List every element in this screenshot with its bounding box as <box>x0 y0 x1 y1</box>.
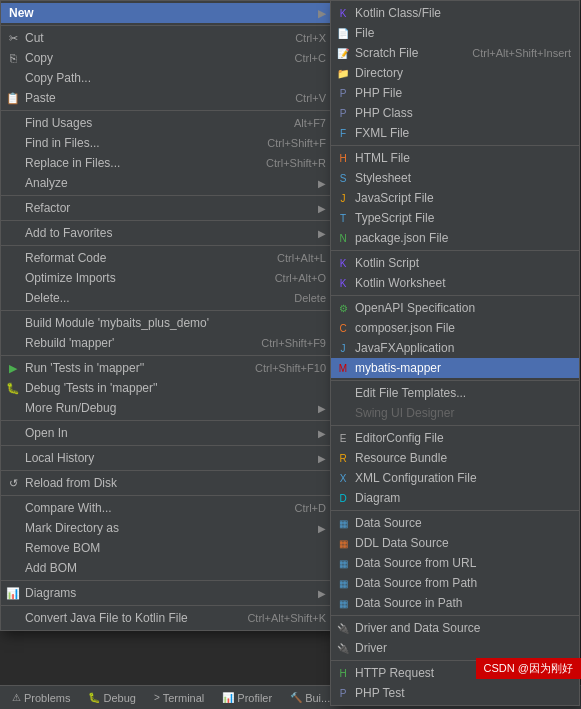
right-menu-item-phptest[interactable]: PPHP Test <box>331 683 579 703</box>
menu-item-debug[interactable]: 🐛Debug 'Tests in 'mapper'' <box>1 378 334 398</box>
menu-item-replace[interactable]: Replace in Files...Ctrl+Shift+R <box>1 153 334 173</box>
right-menu-item-datasource[interactable]: ▦Data Source <box>331 513 579 533</box>
right-menu-icon-phpfile: P <box>336 86 350 100</box>
menu-separator <box>1 310 334 311</box>
right-menu-item-ddldatasource[interactable]: ▦DDL Data Source <box>331 533 579 553</box>
right-menu-icon-diagram: D <box>336 491 350 505</box>
menu-item-addbom[interactable]: Add BOM <box>1 558 334 578</box>
right-menu-item-composerjson[interactable]: Ccomposer.json File <box>331 318 579 338</box>
menu-item-rebuild[interactable]: Rebuild 'mapper'Ctrl+Shift+F9 <box>1 333 334 353</box>
right-menu-label-phpclass: PHP Class <box>355 106 571 120</box>
menu-item-reload[interactable]: ↺Reload from Disk <box>1 473 334 493</box>
right-menu-label-phpfile: PHP File <box>355 86 571 100</box>
right-menu-item-phpfile[interactable]: PPHP File <box>331 83 579 103</box>
menu-item-removebom[interactable]: Remove BOM <box>1 538 334 558</box>
right-menu-label-phptest: PHP Test <box>355 686 571 700</box>
menu-item-convertjava[interactable]: Convert Java File to Kotlin FileCtrl+Alt… <box>1 608 334 628</box>
menu-label-copypath: Copy Path... <box>25 71 326 85</box>
menu-item-openin[interactable]: Open In▶ <box>1 423 334 443</box>
right-menu-item-openapi[interactable]: ⚙OpenAPI Specification <box>331 298 579 318</box>
menu-item-findusages[interactable]: Find UsagesAlt+F7 <box>1 113 334 133</box>
right-menu-item-datasourceurl[interactable]: ▦Data Source from URL <box>331 553 579 573</box>
menu-separator <box>1 580 334 581</box>
menu-item-markdir[interactable]: Mark Directory as▶ <box>1 518 334 538</box>
menu-item-run[interactable]: ▶Run 'Tests in 'mapper''Ctrl+Shift+F10 <box>1 358 334 378</box>
status-tab-label-profiler: Profiler <box>237 692 272 704</box>
menu-item-addtofav[interactable]: Add to Favorites▶ <box>1 223 334 243</box>
status-tab-icon-build: 🔨 <box>290 692 302 703</box>
right-menu-item-kotlinscript[interactable]: KKotlin Script <box>331 253 579 273</box>
menu-item-copypath[interactable]: Copy Path... <box>1 68 334 88</box>
right-menu-item-packagejson[interactable]: Npackage.json File <box>331 228 579 248</box>
menu-item-buildmodule[interactable]: Build Module 'mybaits_plus_demo' <box>1 313 334 333</box>
right-menu-item-jsfile[interactable]: JJavaScript File <box>331 188 579 208</box>
right-menu-item-htmlfile[interactable]: HHTML File <box>331 148 579 168</box>
menu-item-reformat[interactable]: Reformat CodeCtrl+Alt+L <box>1 248 334 268</box>
menu-item-compare[interactable]: Compare With...Ctrl+D <box>1 498 334 518</box>
menu-label-findinfiles: Find in Files... <box>25 136 247 150</box>
right-menu-item-directory[interactable]: 📁Directory <box>331 63 579 83</box>
status-tab-problems[interactable]: ⚠Problems <box>4 690 78 706</box>
right-menu-item-datasourceinpath[interactable]: ▦Data Source in Path <box>331 593 579 613</box>
right-menu-label-fxmlfile: FXML File <box>355 126 571 140</box>
right-menu-item-mybatismapper[interactable]: Mmybatis-mapper <box>331 358 579 378</box>
menu-label-convertjava: Convert Java File to Kotlin File <box>25 611 227 625</box>
menu-item-paste[interactable]: 📋PasteCtrl+V <box>1 88 334 108</box>
right-menu-item-editorconfigfile[interactable]: EEditorConfig File <box>331 428 579 448</box>
right-menu-icon-scratchfile: 📝 <box>336 46 350 60</box>
menu-item-findinfiles[interactable]: Find in Files...Ctrl+Shift+F <box>1 133 334 153</box>
menu-item-refactor[interactable]: Refactor▶ <box>1 198 334 218</box>
menu-item-optimizeimports[interactable]: Optimize ImportsCtrl+Alt+O <box>1 268 334 288</box>
right-menu-item-kotlinworksheet[interactable]: KKotlin Worksheet <box>331 273 579 293</box>
status-tab-label-build: Bui... <box>305 692 330 704</box>
menu-item-diagrams[interactable]: 📊Diagrams▶ <box>1 583 334 603</box>
right-menu-icon-htmlfile: H <box>336 151 350 165</box>
right-menu-item-resourcebundle[interactable]: RResource Bundle <box>331 448 579 468</box>
right-menu-item-tsfile[interactable]: TTypeScript File <box>331 208 579 228</box>
right-menu-item-datasourcepath[interactable]: ▦Data Source from Path <box>331 573 579 593</box>
menu-shortcut-findinfiles: Ctrl+Shift+F <box>267 137 326 149</box>
right-menu-separator <box>331 250 579 251</box>
menu-item-delete[interactable]: Delete...Delete <box>1 288 334 308</box>
menu-item-localhistory[interactable]: Local History▶ <box>1 448 334 468</box>
right-menu-label-datasourcepath: Data Source from Path <box>355 576 571 590</box>
status-tab-terminal[interactable]: >Terminal <box>146 690 212 706</box>
right-menu-item-driver[interactable]: 🔌Driver <box>331 638 579 658</box>
menu-item-new[interactable]: New▶ <box>1 3 334 23</box>
right-menu-item-file[interactable]: 📄File <box>331 23 579 43</box>
right-menu-item-fxmlfile[interactable]: FFXML File <box>331 123 579 143</box>
right-menu-separator <box>331 425 579 426</box>
right-menu-icon-phptest: P <box>336 686 350 700</box>
menu-separator <box>1 110 334 111</box>
right-menu-item-kotlinclass[interactable]: KKotlin Class/File <box>331 3 579 23</box>
menu-item-copy[interactable]: ⎘CopyCtrl+C <box>1 48 334 68</box>
right-menu-item-driverdatasource[interactable]: 🔌Driver and Data Source <box>331 618 579 638</box>
right-menu-item-stylesheet[interactable]: SStylesheet <box>331 168 579 188</box>
right-menu-label-driverdatasource: Driver and Data Source <box>355 621 571 635</box>
right-menu-icon-javafxapp: J <box>336 341 350 355</box>
menu-icon-debug: 🐛 <box>6 381 20 395</box>
right-menu-item-javafxapp[interactable]: JJavaFXApplication <box>331 338 579 358</box>
menu-arrow-diagrams: ▶ <box>318 588 326 599</box>
right-menu-icon-datasourcepath: ▦ <box>336 576 350 590</box>
menu-item-cut[interactable]: ✂CutCtrl+X <box>1 28 334 48</box>
menu-label-compare: Compare With... <box>25 501 275 515</box>
right-menu-item-editfiletemplates[interactable]: Edit File Templates... <box>331 383 579 403</box>
right-menu-item-xmlconfigfile[interactable]: XXML Configuration File <box>331 468 579 488</box>
right-menu-label-composerjson: composer.json File <box>355 321 571 335</box>
right-menu-item-phpclass[interactable]: PPHP Class <box>331 103 579 123</box>
menu-item-morerun[interactable]: More Run/Debug▶ <box>1 398 334 418</box>
right-menu-icon-file: 📄 <box>336 26 350 40</box>
status-tab-profiler[interactable]: 📊Profiler <box>214 690 280 706</box>
status-tab-debug[interactable]: 🐛Debug <box>80 690 143 706</box>
right-menu-label-swinguidesigner: Swing UI Designer <box>355 406 571 420</box>
menu-icon-diagrams: 📊 <box>6 586 20 600</box>
menu-item-analyze[interactable]: Analyze▶ <box>1 173 334 193</box>
right-menu-item-diagram[interactable]: DDiagram <box>331 488 579 508</box>
right-menu-label-datasourceurl: Data Source from URL <box>355 556 571 570</box>
right-menu-item-scratchfile[interactable]: 📝Scratch FileCtrl+Alt+Shift+Insert <box>331 43 579 63</box>
right-menu-separator <box>331 295 579 296</box>
menu-label-reload: Reload from Disk <box>25 476 326 490</box>
right-menu-label-editorconfigfile: EditorConfig File <box>355 431 571 445</box>
menu-separator <box>1 355 334 356</box>
